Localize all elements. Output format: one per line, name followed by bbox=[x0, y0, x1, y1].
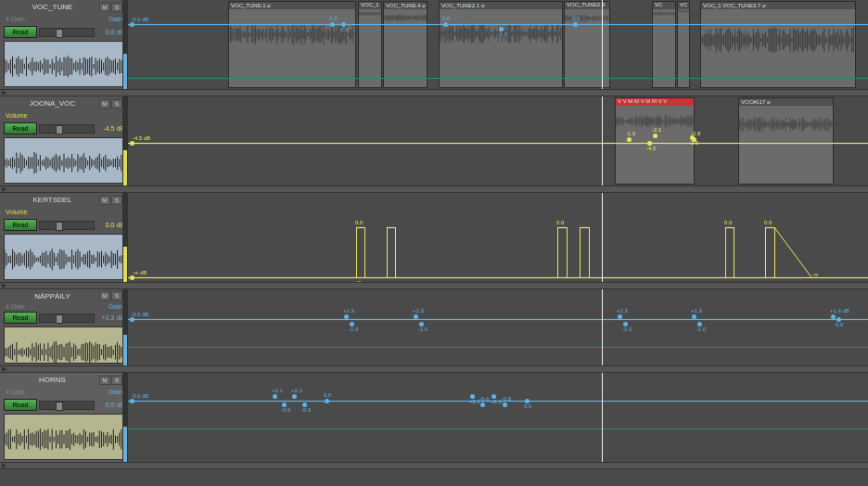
track-separator[interactable]: ▶ bbox=[0, 90, 868, 96]
automation-segment[interactable] bbox=[765, 227, 766, 277]
track-timeline[interactable]: V V M M V M M V VVOC#117 ⌀-4.5 dB-1.5-4.… bbox=[128, 96, 868, 185]
playhead[interactable] bbox=[602, 0, 603, 89]
automation-node[interactable] bbox=[573, 22, 578, 27]
param-name[interactable]: 4 Gain bbox=[6, 389, 25, 395]
automation-segment[interactable] bbox=[364, 227, 365, 277]
track-separator[interactable]: ▶ bbox=[0, 283, 868, 289]
track-separator[interactable]: ▶ bbox=[0, 366, 868, 373]
audio-clip[interactable]: VOC_1 bbox=[358, 1, 382, 88]
automation-read-button[interactable]: Read bbox=[4, 122, 37, 134]
expand-arrow-icon[interactable]: ▶ bbox=[2, 89, 6, 96]
mute-button[interactable]: M bbox=[99, 376, 110, 385]
solo-button[interactable]: S bbox=[111, 196, 122, 205]
automation-segment-top[interactable] bbox=[725, 227, 734, 228]
param-name[interactable]: Volume bbox=[6, 209, 27, 215]
automation-segment[interactable] bbox=[725, 227, 726, 277]
track-timeline[interactable]: 0.0 dB+2.1-0.6+2.1-0.60.0+2.1-0.6+2.1-0.… bbox=[128, 373, 868, 462]
param-name[interactable]: 4 Gain bbox=[6, 303, 25, 310]
solo-button[interactable]: S bbox=[111, 291, 122, 301]
audio-clip[interactable]: VOC_TUNE2.4 bbox=[564, 1, 610, 88]
audio-clip[interactable]: VOC_TUNE.4 ⌀ bbox=[383, 1, 428, 88]
mute-button[interactable]: M bbox=[99, 99, 110, 109]
automation-segment[interactable] bbox=[734, 227, 734, 277]
playhead[interactable] bbox=[602, 96, 603, 185]
automation-node[interactable] bbox=[653, 134, 657, 138]
audio-clip[interactable]: VOC_TUNE.1 ⌀ bbox=[228, 1, 356, 88]
playhead[interactable] bbox=[602, 373, 603, 462]
track-separator[interactable]: ▶ bbox=[0, 463, 868, 469]
track-timeline[interactable]: 0.0 dB+1.3-1.0+1.3-1.0+1.3-1.0+1.3-1.0+1… bbox=[128, 289, 868, 365]
automation-decay[interactable] bbox=[774, 227, 811, 277]
mute-button[interactable]: M bbox=[99, 196, 110, 205]
automation-segment-top[interactable] bbox=[356, 227, 364, 228]
param-slider[interactable] bbox=[39, 313, 95, 323]
solo-button[interactable]: S bbox=[111, 99, 122, 109]
automation-node[interactable] bbox=[292, 394, 297, 399]
expand-arrow-icon[interactable]: ▶ bbox=[2, 365, 6, 373]
automation-segment[interactable] bbox=[557, 227, 558, 277]
automation-node[interactable] bbox=[831, 314, 836, 319]
automation-node[interactable] bbox=[273, 394, 277, 399]
automation-node[interactable] bbox=[130, 317, 134, 322]
solo-button[interactable]: S bbox=[111, 3, 122, 12]
automation-segment[interactable] bbox=[387, 227, 388, 277]
track-separator[interactable]: ▶ bbox=[0, 186, 868, 193]
automation-read-button[interactable]: Read bbox=[4, 219, 37, 231]
automation-segment[interactable] bbox=[395, 227, 396, 277]
automation-node[interactable] bbox=[627, 137, 632, 142]
automation-line[interactable] bbox=[128, 24, 868, 25]
automation-node[interactable] bbox=[618, 314, 622, 319]
audio-clip[interactable]: VOC#117 ⌀ bbox=[738, 97, 834, 185]
automation-node[interactable] bbox=[443, 22, 448, 27]
param-slider[interactable] bbox=[39, 401, 95, 410]
automation-segment-top[interactable] bbox=[557, 227, 567, 228]
automation-node[interactable] bbox=[130, 399, 134, 403]
param-name[interactable]: 4 Gain bbox=[6, 16, 25, 22]
automation-node[interactable] bbox=[414, 314, 418, 319]
automation-read-button[interactable]: Read bbox=[4, 312, 37, 324]
automation-node[interactable] bbox=[503, 403, 507, 407]
automation-node[interactable] bbox=[130, 22, 134, 27]
track-timeline[interactable]: VOC_TUNE.1 ⌀VOC_1VOC_TUNE.4 ⌀VOC_TUNE2.1… bbox=[128, 0, 868, 89]
solo-button[interactable]: S bbox=[111, 376, 122, 385]
automation-segment[interactable] bbox=[567, 227, 568, 277]
automation-node[interactable] bbox=[325, 399, 329, 403]
track-timeline[interactable]: -∞ dB0.0-∞0.00.00.0-∞ bbox=[128, 193, 868, 282]
automation-node[interactable] bbox=[692, 137, 696, 142]
expand-arrow-icon[interactable]: ▶ bbox=[2, 282, 6, 289]
track-name[interactable]: NÄPPÄILY bbox=[6, 292, 99, 301]
track-name[interactable]: JOONA_VOC bbox=[6, 99, 99, 108]
automation-read-button[interactable]: Read bbox=[4, 399, 37, 411]
automation-node[interactable] bbox=[330, 22, 335, 27]
automation-node[interactable] bbox=[344, 314, 349, 319]
automation-segment-top[interactable] bbox=[580, 227, 589, 228]
automation-node[interactable] bbox=[692, 314, 696, 319]
automation-line[interactable] bbox=[128, 277, 868, 278]
audio-clip[interactable]: VOC_1 VOC_TUNE3.7 ⌀ bbox=[700, 1, 856, 88]
expand-arrow-icon[interactable]: ▶ bbox=[2, 462, 6, 469]
mute-button[interactable]: M bbox=[99, 291, 110, 301]
audio-clip[interactable]: VC bbox=[677, 1, 690, 88]
automation-read-button[interactable]: Read bbox=[4, 26, 37, 38]
mute-button[interactable]: M bbox=[99, 3, 110, 12]
automation-segment[interactable] bbox=[580, 227, 581, 277]
param-name[interactable]: Volume bbox=[6, 112, 27, 119]
audio-clip[interactable]: VC bbox=[652, 1, 676, 88]
automation-segment[interactable] bbox=[356, 227, 357, 277]
automation-segment[interactable] bbox=[589, 227, 590, 277]
expand-arrow-icon[interactable]: ▶ bbox=[2, 185, 6, 193]
automation-node[interactable] bbox=[130, 141, 134, 146]
audio-clip[interactable]: VOC_TUNE2.1 ⌀ bbox=[439, 1, 563, 88]
automation-segment-top[interactable] bbox=[387, 227, 395, 228]
track-name[interactable]: KERTSDEL bbox=[6, 196, 99, 204]
playhead[interactable] bbox=[602, 193, 603, 282]
automation-node[interactable] bbox=[480, 403, 485, 407]
automation-segment-top[interactable] bbox=[765, 227, 774, 228]
param-slider[interactable] bbox=[39, 124, 95, 134]
automation-line[interactable] bbox=[128, 143, 868, 144]
track-name[interactable]: HORNS bbox=[6, 376, 99, 384]
playhead[interactable] bbox=[602, 289, 603, 365]
param-slider[interactable] bbox=[39, 221, 95, 230]
track-name[interactable]: VOC_TUNE bbox=[6, 3, 99, 11]
automation-line[interactable] bbox=[128, 319, 868, 320]
